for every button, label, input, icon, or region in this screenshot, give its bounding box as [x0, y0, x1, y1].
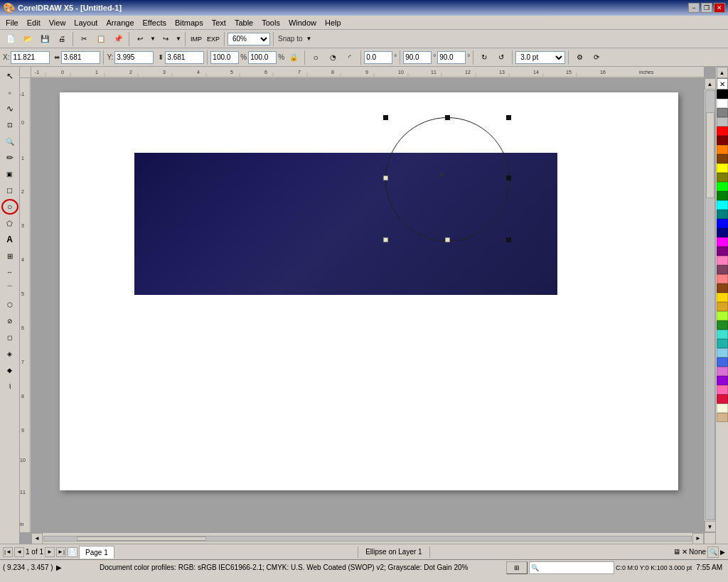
shape-tool[interactable]: ⬦ [1, 85, 18, 100]
save-button[interactable]: 💾 [37, 31, 53, 47]
crop-tool[interactable]: ⊡ [1, 117, 18, 133]
undo-button[interactable]: ↩ [132, 31, 148, 47]
handle-br[interactable] [506, 237, 511, 242]
menu-tools[interactable]: Tools [257, 17, 284, 28]
dimension-tool[interactable]: ↔ [1, 264, 18, 280]
vertical-scrollbar[interactable]: ▲ ▼ [704, 78, 715, 532]
color-swatch-24[interactable] [717, 311, 728, 320]
color-swatch-6[interactable] [717, 145, 728, 154]
menu-layout[interactable]: Layout [70, 17, 102, 28]
color-swatch-18[interactable] [717, 256, 728, 265]
color-swatch-11[interactable] [717, 191, 728, 200]
export-button[interactable]: EXP [205, 31, 221, 47]
handle-mr[interactable] [506, 176, 511, 180]
color-swatch-7[interactable] [717, 154, 728, 163]
open-button[interactable]: 📂 [20, 31, 36, 47]
snap-dropdown[interactable]: ▼ [305, 31, 312, 47]
lock-ratio[interactable]: 🔒 [286, 50, 301, 65]
print-button[interactable]: 🖨 [54, 31, 70, 47]
arc-mode-btn[interactable]: ◜ [342, 50, 358, 65]
color-swatch-35[interactable] [717, 413, 728, 422]
wpct-input[interactable] [210, 51, 239, 64]
color-swatch-10[interactable] [717, 182, 728, 191]
color-swatch-30[interactable] [717, 367, 728, 376]
color-swatch-21[interactable] [717, 284, 728, 293]
polygon-tool[interactable]: ⬠ [1, 215, 18, 231]
angle1-input[interactable] [364, 51, 392, 64]
color-swatch-2[interactable] [717, 108, 728, 117]
new-button[interactable]: 📄 [3, 31, 18, 47]
add-page-btn[interactable]: 📄 [68, 547, 77, 557]
minimize-button[interactable]: − [688, 3, 700, 13]
color-swatch-20[interactable] [717, 274, 728, 284]
scroll-down-btn[interactable]: ▼ [705, 521, 716, 532]
cut-button[interactable]: ✂ [76, 31, 92, 47]
smear-tool[interactable]: ∿ [1, 101, 18, 117]
interactive-fill[interactable]: ◆ [1, 362, 18, 378]
scroll-right-btn[interactable]: ► [692, 533, 704, 544]
eyedropper-tool[interactable]: ⊘ [1, 313, 18, 329]
undo-drop[interactable]: ▼ [149, 31, 156, 47]
y-input[interactable] [114, 51, 154, 64]
outline-style-btn[interactable]: ⚙ [572, 50, 587, 65]
handle-ml[interactable] [383, 176, 388, 180]
redo-drop[interactable]: ▼ [175, 31, 182, 47]
search-bar[interactable]: 🔍 [529, 561, 614, 574]
zoom-icon-btn[interactable]: 🔍 [707, 546, 719, 558]
color-swatch-33[interactable] [717, 394, 728, 404]
h-input[interactable] [165, 51, 204, 64]
color-swatch-34[interactable] [717, 404, 728, 413]
menu-effects[interactable]: Effects [139, 17, 171, 28]
fill-tool[interactable]: ◈ [1, 346, 18, 362]
color-swatch-4[interactable] [717, 126, 728, 136]
menu-view[interactable]: View [45, 17, 70, 28]
page-1-tab[interactable]: Page 1 [79, 546, 114, 559]
color-swatch-22[interactable] [717, 293, 728, 302]
menu-file[interactable]: File [1, 17, 23, 28]
ellipse-mode-btn[interactable]: ○ [308, 50, 323, 65]
color-swatch-3[interactable] [717, 117, 728, 126]
menu-edit[interactable]: Edit [23, 17, 45, 28]
handle-tc[interactable] [445, 115, 450, 120]
handle-bl[interactable] [383, 237, 388, 242]
color-swatch-29[interactable] [717, 357, 728, 367]
cw-btn[interactable]: ↻ [476, 50, 492, 65]
close-button[interactable]: ✕ [714, 3, 725, 13]
table-tool[interactable]: ⊞ [1, 248, 18, 264]
menu-window[interactable]: Window [284, 17, 321, 28]
handle-tl[interactable] [383, 115, 388, 120]
no-fill-swatch[interactable]: ✕ [717, 78, 728, 90]
color-swatch-17[interactable] [717, 247, 728, 256]
page-first-btn[interactable]: |◄ [3, 547, 13, 557]
color-swatch-23[interactable] [717, 302, 728, 311]
color-swatch-27[interactable] [717, 339, 728, 348]
x-input[interactable] [11, 51, 50, 64]
import-button[interactable]: IMP [188, 31, 204, 47]
color-swatch-25[interactable] [717, 320, 728, 330]
page-prev-btn[interactable]: ◄ [14, 547, 24, 557]
connector-tool[interactable]: ⌒ [1, 281, 18, 296]
handle-tr[interactable] [506, 115, 511, 120]
ccw-btn[interactable]: ↺ [493, 50, 509, 65]
color-swatch-12[interactable] [717, 200, 728, 210]
color-swatch-5[interactable] [717, 136, 728, 145]
restore-button[interactable]: ❐ [701, 3, 712, 13]
hpct-input[interactable] [248, 51, 277, 64]
color-swatch-28[interactable] [717, 348, 728, 357]
scroll-up-btn[interactable]: ▲ [705, 78, 716, 90]
copy-button[interactable]: 📋 [93, 31, 109, 47]
pointer-tool[interactable]: ↖ [1, 68, 18, 84]
start-button[interactable]: ⊞ [506, 561, 528, 574]
outline-dropdown[interactable]: 3.0 pt1.0 pt2.0 pt [515, 51, 565, 64]
angle2-input[interactable] [403, 51, 432, 64]
color-swatch-31[interactable] [717, 376, 728, 385]
freehand-tool[interactable]: ✏ [1, 150, 18, 166]
zoom-dropdown[interactable]: 60%50%75%100% [228, 33, 270, 45]
menu-table[interactable]: Table [230, 17, 257, 28]
rectangle-tool[interactable]: □ [1, 183, 18, 198]
ellipse-shape[interactable] [385, 117, 510, 242]
color-swatch-19[interactable] [717, 265, 728, 274]
horizontal-scrollbar[interactable]: ◄ ► [31, 532, 704, 544]
pie-mode-btn[interactable]: ◔ [325, 50, 341, 65]
menu-help[interactable]: Help [321, 17, 346, 28]
